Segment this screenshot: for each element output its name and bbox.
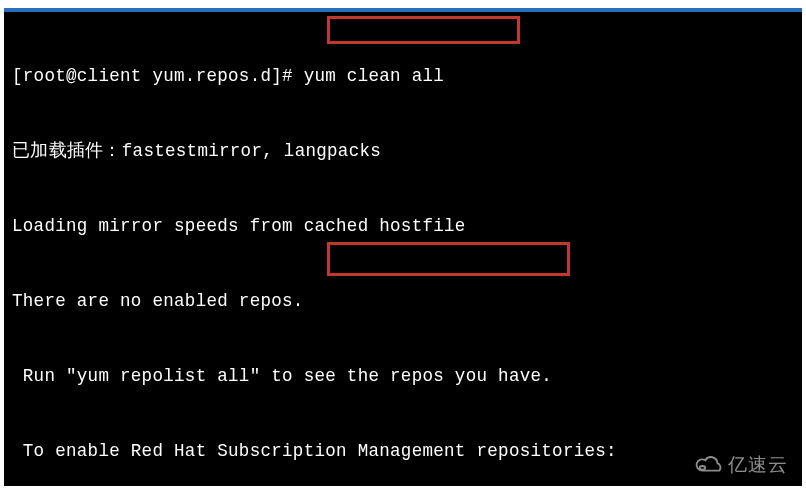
command-text: yum clean all	[304, 66, 444, 86]
terminal-line: Run "yum repolist all" to see the repos …	[12, 364, 796, 389]
shell-prompt: [root@client yum.repos.d]#	[12, 66, 304, 86]
terminal-window[interactable]: [root@client yum.repos.d]# yum clean all…	[4, 8, 802, 486]
terminal-output-area[interactable]: [root@client yum.repos.d]# yum clean all…	[4, 12, 802, 503]
terminal-line: Loading mirror speeds from cached hostfi…	[12, 214, 796, 239]
terminal-line: 已加载插件：fastestmirror, langpacks	[12, 139, 796, 164]
terminal-line: To enable Red Hat Subscription Managemen…	[12, 439, 796, 464]
highlight-box-2	[327, 242, 570, 276]
watermark: 亿速云	[694, 452, 788, 478]
cloud-icon	[694, 455, 724, 475]
svg-point-0	[700, 466, 706, 470]
highlight-box-1	[327, 16, 520, 44]
watermark-text: 亿速云	[728, 452, 788, 478]
terminal-line: [root@client yum.repos.d]# yum clean all	[12, 64, 796, 89]
terminal-line: There are no enabled repos.	[12, 289, 796, 314]
